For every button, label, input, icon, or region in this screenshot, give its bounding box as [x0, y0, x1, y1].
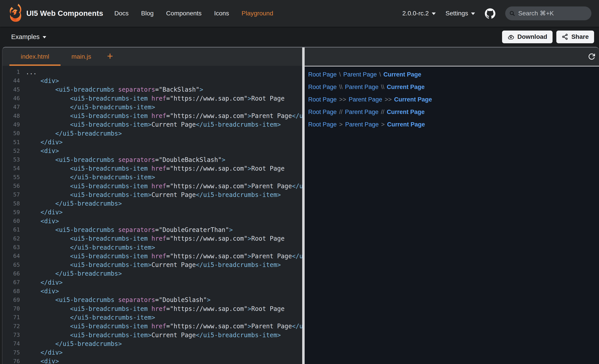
tab-index-html[interactable]: index.html [9, 48, 61, 66]
share-button[interactable]: Share [556, 31, 594, 43]
code-line: 1... [2, 68, 302, 76]
code-line: 45 <ui5-breadcrumbs separators="BackSlas… [2, 85, 302, 94]
line-source: <div> [26, 218, 59, 225]
code-line: 53 <ui5-breadcrumbs separators="DoubleBa… [2, 155, 302, 164]
line-source: <ui5-breadcrumbs-item href="https://www.… [26, 235, 284, 242]
code-line: 72 <ui5-breadcrumbs-item href="https://w… [2, 322, 302, 330]
settings-dropdown[interactable]: Settings [446, 10, 475, 17]
add-file-button[interactable]: + [107, 48, 113, 66]
code-line: 64 <ui5-breadcrumbs-item href="https://w… [2, 252, 302, 260]
top-navbar: UI5 Web Components Docs Blog Components … [0, 0, 599, 27]
code-line: 69 <ui5-breadcrumbs separators="DoubleSl… [2, 296, 302, 304]
line-number: 71 [2, 314, 20, 321]
nav-link-blog[interactable]: Blog [141, 10, 154, 17]
nav-link-components[interactable]: Components [166, 10, 202, 17]
line-number: 53 [2, 156, 20, 163]
search-box[interactable] [505, 7, 591, 20]
search-input[interactable] [518, 10, 587, 17]
line-source: <ui5-breadcrumbs-item href="https://www.… [26, 322, 302, 330]
pane-splitter-handle[interactable] [302, 48, 305, 364]
line-source: </div> [26, 279, 63, 286]
tab-main-js[interactable]: main.js [61, 48, 102, 66]
breadcrumb-link[interactable]: Parent Page [345, 109, 379, 116]
breadcrumb-link[interactable]: Parent Page [343, 71, 377, 78]
line-number: 52 [2, 148, 20, 154]
breadcrumb-link[interactable]: Parent Page [349, 96, 382, 103]
line-source: <ui5-breadcrumbs-item href="https://www.… [26, 112, 302, 119]
code-editor-pane: index.html main.js + 1...44 <div>45 <ui5… [2, 48, 302, 364]
line-number: 56 [2, 183, 20, 189]
chevron-down-icon [43, 36, 46, 38]
ui5-phoenix-logo-icon [9, 4, 23, 23]
line-source: </ui5-breadcrumbs-item> [26, 314, 155, 321]
breadcrumb-link[interactable]: Root Page [308, 121, 337, 128]
code-line: 67 </div> [2, 278, 302, 287]
line-source: </ui5-breadcrumbs-item> [26, 244, 155, 251]
code-line: 55 </ui5-breadcrumbs-item> [2, 173, 302, 182]
line-source: </ui5-breadcrumbs> [26, 130, 122, 137]
code-lines[interactable]: 1...44 <div>45 <ui5-breadcrumbs separato… [2, 66, 302, 364]
breadcrumb-link[interactable]: Root Page [308, 84, 337, 91]
breadcrumbs-row: Root Page\\Parent Page\\Current Page [308, 81, 599, 93]
line-number: 64 [2, 253, 20, 259]
chevron-down-icon [471, 12, 475, 15]
code-line: 71 </ui5-breadcrumbs-item> [2, 313, 302, 322]
breadcrumb-link[interactable]: Root Page [308, 96, 337, 103]
preview-toolbar [305, 48, 599, 67]
line-source: <ui5-breadcrumbs-item href="https://www.… [26, 253, 302, 260]
github-icon[interactable] [485, 8, 495, 19]
main-nav: Docs Blog Components Icons Playground [114, 10, 273, 17]
line-source: <ui5-breadcrumbs-item href="https://www.… [26, 182, 302, 190]
breadcrumb-separator: \\ [381, 84, 384, 91]
line-source: <ui5-breadcrumbs-item href="https://www.… [26, 305, 284, 312]
cloud-download-icon [507, 34, 514, 40]
preview-pane: Root Page\Parent Page\Current PageRoot P… [305, 48, 599, 364]
search-icon [509, 10, 515, 17]
breadcrumb-link[interactable]: Parent Page [345, 121, 379, 128]
code-line: 54 <ui5-breadcrumbs-item href="https://w… [2, 164, 302, 173]
breadcrumb-separator: // [339, 109, 343, 116]
refresh-icon[interactable] [588, 53, 595, 60]
nav-link-playground[interactable]: Playground [242, 10, 273, 17]
code-line: 48 <ui5-breadcrumbs-item href="https://w… [2, 111, 302, 120]
download-button[interactable]: Download [502, 31, 553, 43]
breadcrumb-link[interactable]: Root Page [308, 71, 337, 78]
code-line: 44 <div> [2, 76, 302, 85]
line-source: <ui5-breadcrumbs separators="DoubleSlash… [26, 296, 211, 303]
code-line: 59 </div> [2, 208, 302, 217]
nav-link-docs[interactable]: Docs [114, 10, 129, 17]
line-number: 72 [2, 323, 20, 330]
examples-bar: Examples Download Share [0, 27, 599, 47]
line-number: 62 [2, 235, 20, 242]
breadcrumb-separator: >> [385, 96, 392, 103]
line-source: <div> [26, 357, 59, 364]
code-line: 47 </ui5-breadcrumbs-item> [2, 103, 302, 111]
breadcrumb-link[interactable]: Root Page [308, 109, 337, 116]
line-source: <ui5-breadcrumbs-item>Current Page</ui5-… [26, 121, 281, 128]
code-line: 73 <ui5-breadcrumbs-item>Current Page</u… [2, 330, 302, 339]
line-source: <div> [26, 147, 59, 154]
line-number: 69 [2, 297, 20, 303]
line-number: 55 [2, 174, 20, 180]
version-dropdown[interactable]: 2.0.0-rc.2 [403, 10, 436, 17]
nav-link-icons[interactable]: Icons [214, 10, 229, 17]
line-number: 66 [2, 270, 20, 277]
line-number: 51 [2, 139, 20, 145]
line-number: 68 [2, 288, 20, 294]
examples-dropdown[interactable]: Examples [11, 33, 46, 41]
line-number: 65 [2, 262, 20, 268]
brand-link[interactable]: UI5 Web Components [9, 4, 114, 23]
line-number: 75 [2, 349, 20, 356]
line-number: 57 [2, 191, 20, 198]
breadcrumbs-row: Root Page//Parent Page//Current Page [308, 106, 599, 118]
breadcrumb-link[interactable]: Parent Page [345, 84, 379, 91]
code-line: 51 </div> [2, 138, 302, 146]
code-line: 56 <ui5-breadcrumbs-item href="https://w… [2, 182, 302, 190]
line-source: </div> [26, 349, 63, 356]
code-line: 74 </ui5-breadcrumbs> [2, 339, 302, 348]
breadcrumb-separator: \ [339, 71, 341, 78]
line-number: 61 [2, 226, 20, 233]
line-number: 67 [2, 279, 20, 286]
breadcrumb-separator: > [339, 121, 343, 128]
line-source: <ui5-breadcrumbs-item>Current Page</ui5-… [26, 191, 281, 198]
